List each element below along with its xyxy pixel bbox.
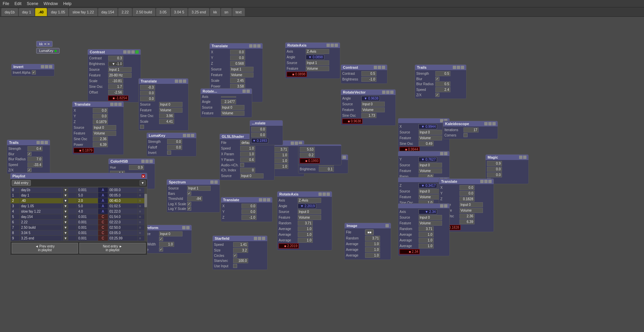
trails-left-btn3[interactable] [45,141,48,144]
cc-brightness-value[interactable]: 0.1 [319,167,334,172]
playlist-flag-0[interactable]: A [98,187,108,193]
kal-btn3[interactable] [492,122,496,125]
sc-v2[interactable]: 0.2 [300,153,315,158]
sf-btn1[interactable] [254,237,257,240]
tmd-sineosc-value[interactable]: 3.96 [159,113,174,118]
ttr-feature-dropdown[interactable]: Volume [230,72,254,77]
prev-entry-button[interactable]: ◄ Prev entryin playlist [12,243,78,254]
playlist-flag-4[interactable]: A [98,209,108,214]
frl-btn2[interactable] [444,204,447,208]
frl-source-dropdown[interactable]: Input 0 [419,215,442,220]
tm-y-value[interactable]: 0.0 [93,114,108,119]
invert-alpha-checkbox[interactable] [32,70,36,74]
tfr-power-value[interactable]: 6.39 [459,219,475,224]
rv-feature-dropdown[interactable]: Volume [361,107,385,112]
ct-brightness-value[interactable]: ▼ -1.0 [108,61,123,66]
chsb-btn2[interactable] [145,160,149,163]
tab-day1b[interactable]: day1b [1,8,18,16]
playlist-flag-3[interactable]: A [98,204,108,209]
ral-avg2-value[interactable]: 1.0 [298,232,313,237]
spec-logx-checkbox[interactable] [187,202,191,206]
sf-btn3[interactable] [262,237,265,240]
rv-btn1[interactable] [382,91,385,94]
invert-btn3[interactable] [49,65,52,68]
glsl-ich-value[interactable]: 0 [240,168,255,173]
tab-day105[interactable]: day 1.05 [48,8,68,16]
tlm-btn2[interactable] [263,198,266,202]
trails-left-btn2[interactable] [41,141,44,144]
ral-avg1-value[interactable]: 1.0 [298,226,313,231]
rn-btn1[interactable] [291,142,294,145]
tmd-v2[interactable]: 0.0 [140,91,155,96]
ttr-btn3[interactable] [257,44,261,48]
trails-strength-value[interactable]: 0.4 [27,146,43,151]
rm-source-dropdown[interactable]: Input 0 [221,105,244,110]
rat-btn1[interactable] [327,44,330,47]
playlist-flag-9[interactable]: C [98,236,108,241]
invert-btn1[interactable] [41,65,44,68]
lm-falloff-value[interactable]: 0.0 [167,145,182,150]
rv-source-dropdown[interactable]: Input 0 [361,102,385,107]
playlist-flag-6[interactable]: C [98,220,108,225]
cr-btn2[interactable] [378,66,381,69]
tm-sineosc-value[interactable]: 2.36 [93,136,108,142]
tm-z-value[interactable]: 0.1879 [93,119,108,124]
img-avg1-value[interactable]: 1.0 [365,241,380,246]
playlist-row-7[interactable]: 7 2.50 build ▼ 0.001 C 02:50.0 ≡ [11,225,147,230]
glsl-source-dropdown[interactable]: Input 0 [240,173,264,178]
playlist-value-6[interactable]: 0.001 [77,220,98,225]
tmd-v1[interactable]: -0.3 [140,85,155,90]
cr-btn1[interactable] [374,66,377,69]
playlist-dropdown-4[interactable]: ▼ [61,209,77,214]
kal-corners-checkbox[interactable] [463,133,468,137]
tfr-btn3[interactable] [488,180,492,183]
rn-btn2[interactable] [295,142,298,145]
kal-btn1[interactable] [484,122,488,125]
magic-btn1[interactable] [519,156,522,159]
menu-help[interactable]: Help [63,1,72,6]
trails-radius-value[interactable]: 7.0 [27,157,43,162]
tab-222[interactable]: 2.22 [118,8,132,16]
xn-source-dropdown[interactable]: Input 0 [419,130,442,135]
playlist-dropdown-9[interactable]: ▼ [61,236,77,241]
tm-power-value[interactable]: 6.39 [93,142,108,147]
lm-strength-value[interactable]: 0.0 [167,139,182,144]
rv-angle-value[interactable]: ▼ 0.9638 [361,96,380,101]
chsb-hue-value[interactable]: 0.9 [129,165,144,170]
rat-btn2[interactable] [331,44,334,47]
tab-3045[interactable]: 3.04 5 [171,8,188,16]
rat-btn3[interactable] [335,44,338,47]
ral-btn2[interactable] [323,192,326,196]
tg-v3[interactable]: ▼ 0.1993 [251,138,268,143]
contrast-top-btn4[interactable] [135,50,139,54]
tm-x-value[interactable]: 0.0 [93,108,108,113]
yn-btn2[interactable] [444,152,447,155]
playlist-arrow-btn[interactable]: ▼ [140,180,146,185]
rn-avg3-value[interactable]: 1.0 [273,164,288,169]
playlist-row-9[interactable]: 9 3.25 end ▼ 0.001 C 03:25.99 ≡ [11,236,147,241]
frl-avg1-value[interactable]: 1.0 [419,232,434,237]
trails-speed-value[interactable]: -33.4 [27,162,43,167]
wf-solid-checkbox[interactable] [159,237,163,241]
glsl-speed-value[interactable]: 1.0 [240,146,255,151]
rat-axis-dropdown[interactable]: Z-Axis [306,49,329,54]
spec-btn1[interactable] [210,180,214,184]
ral-btn3[interactable] [327,192,330,196]
trails-left-btn1[interactable] [37,141,40,144]
spec-logy-checkbox[interactable] [187,207,191,211]
wf-btn2[interactable] [186,226,190,229]
lumakey-top-node[interactable]: LumaKey [36,48,60,54]
sf-btn2[interactable] [258,237,261,240]
yn-btn1[interactable] [440,152,443,155]
wf-btn1[interactable] [182,226,186,229]
spec-bars-checkbox[interactable] [187,191,191,196]
rn-random-value[interactable]: 3.71 [273,147,288,152]
sf-useinput-checkbox[interactable] [233,264,237,268]
img-btn1[interactable] [385,224,389,227]
tmd-scale-value[interactable]: 4.41 [159,119,174,124]
trails-zx-checkbox[interactable] [27,168,31,172]
xn-x-value[interactable]: ▼ 0.9944 [419,124,437,129]
tab-305[interactable]: 3.05 [156,8,170,16]
ttr-y-value[interactable]: 0.0 [230,55,245,60]
tlm-z-value[interactable]: -1.0 [241,215,257,220]
